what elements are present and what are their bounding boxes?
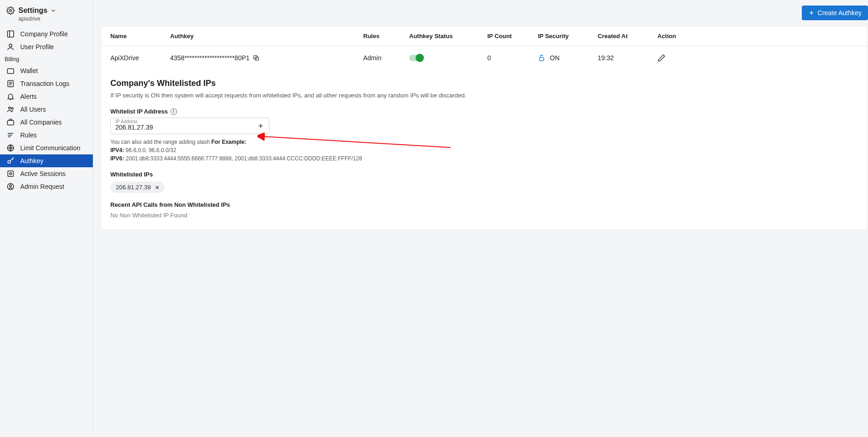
add-ip-button[interactable]	[257, 122, 264, 130]
authkey-value: 4358********************80P1	[170, 54, 250, 62]
list-icon	[6, 79, 15, 88]
ip-float-label: IP Address	[115, 119, 137, 124]
th-authkey: Authkey	[166, 26, 359, 46]
whitelist-field-label: Whitelist IP Address i	[110, 108, 858, 115]
authkey-table: Name Authkey Rules Authkey Status IP Cou…	[101, 26, 868, 69]
helper-ipv4: 96.6.0.0, 96.6.0.0/32	[124, 147, 176, 153]
cell-status	[405, 46, 483, 70]
lock-open-icon	[538, 54, 545, 62]
sidebar-item-alerts[interactable]: Alerts	[0, 90, 93, 103]
copy-icon[interactable]	[252, 54, 260, 62]
svg-point-21	[10, 185, 12, 187]
svg-point-19	[10, 173, 12, 175]
cell-name: ApiXDrive	[101, 46, 166, 70]
bell-icon	[6, 92, 15, 101]
whitelist-section: Company's Whitelisted IPs If IP security…	[101, 69, 868, 219]
create-authkey-button[interactable]: Create Authkey	[802, 6, 868, 20]
sessions-icon	[6, 170, 15, 178]
th-action: Action	[653, 26, 868, 46]
key-icon	[6, 157, 15, 165]
cell-ipsec: ON	[533, 46, 593, 70]
th-status: Authkey Status	[405, 26, 483, 46]
ip-chip-value: 206.81.27.39	[116, 184, 151, 191]
sidebar-item-transaction-logs[interactable]: Transaction Logs	[0, 77, 93, 90]
lines-icon	[6, 131, 15, 139]
sidebar-item-label: Transaction Logs	[20, 80, 69, 87]
user-icon	[6, 43, 15, 51]
sidebar-item-label: User Profile	[20, 43, 54, 51]
whitelisted-ips-title: Whitelisted IPs	[110, 171, 858, 178]
ip-chip: 206.81.27.39	[110, 182, 165, 193]
topbar: Create Authkey	[93, 0, 868, 26]
sidebar-item-label: Authkey	[20, 157, 44, 165]
cell-created: 19:32	[593, 46, 653, 70]
sidebar-item-label: Active Sessions	[20, 170, 66, 177]
sidebar-item-label: Limit Communication	[20, 144, 80, 152]
ipsec-value: ON	[550, 54, 560, 62]
whitelist-title: Company's Whitelisted IPs	[110, 79, 858, 88]
users-icon	[6, 105, 15, 114]
ip-helper-text: You can also add the range adding slash …	[110, 138, 858, 163]
sidebar-header[interactable]: Settings	[0, 6, 93, 16]
sidebar-item-label: Alerts	[20, 93, 37, 100]
whitelist-desc: If IP security is ON then system will ac…	[110, 92, 858, 99]
sidebar-item-limit-communication[interactable]: Limit Communication	[0, 142, 93, 154]
recent-calls-none: No Non Whitelisted IP Found	[110, 212, 858, 219]
helper-ipv4-label: IPV4:	[110, 147, 124, 153]
table-row: ApiXDrive 4358********************80P1 A…	[101, 46, 868, 70]
sidebar-item-admin-request[interactable]: Admin Request	[0, 180, 93, 193]
sidebar-subtitle: apixdrive	[0, 16, 93, 22]
sidebar-item-all-companies[interactable]: All Companies	[0, 116, 93, 129]
cell-ipcount: 0	[483, 46, 533, 70]
sidebar-item-label: Company Profile	[20, 30, 68, 38]
briefcase-icon	[6, 118, 15, 126]
status-toggle[interactable]	[409, 55, 423, 61]
helper-forexample: For Example:	[211, 139, 246, 145]
svg-rect-26	[539, 57, 543, 61]
sidebar-item-user-profile[interactable]: User Profile	[0, 40, 93, 53]
cell-authkey: 4358********************80P1	[166, 46, 359, 70]
th-ipcount: IP Count	[483, 26, 533, 46]
cell-rules: Admin	[359, 46, 405, 70]
sidebar-item-company-profile[interactable]: Company Profile	[0, 28, 93, 40]
sidebar-item-rules[interactable]: Rules	[0, 129, 93, 142]
recent-calls-title: Recent API Calls from Non Whitelisted IP…	[110, 201, 858, 208]
svg-point-9	[9, 107, 11, 109]
sidebar-item-label: Wallet	[20, 67, 38, 74]
sidebar-item-label: Admin Request	[20, 183, 64, 190]
th-rules: Rules	[359, 26, 405, 46]
sidebar-title: Settings	[18, 6, 47, 15]
sidebar-item-wallet[interactable]: Wallet	[0, 64, 93, 77]
wallet-icon	[6, 67, 15, 75]
svg-point-17	[8, 160, 11, 163]
remove-ip-icon[interactable]	[154, 185, 160, 190]
svg-rect-4	[7, 69, 14, 74]
cell-action	[653, 46, 868, 70]
svg-rect-18	[8, 171, 13, 176]
svg-rect-11	[7, 120, 14, 125]
sidebar-item-label: All Users	[20, 106, 46, 113]
th-name: Name	[101, 26, 166, 46]
admin-request-icon	[6, 182, 15, 191]
svg-point-10	[11, 108, 13, 109]
layout-icon	[6, 30, 15, 38]
sidebar-item-authkey[interactable]: Authkey	[0, 154, 93, 167]
sidebar-section-billing: Billing	[0, 53, 93, 64]
info-icon[interactable]: i	[171, 108, 177, 115]
globe-icon	[6, 144, 15, 152]
th-created: Created At	[593, 26, 653, 46]
gear-icon	[6, 6, 15, 15]
sidebar-item-active-sessions[interactable]: Active Sessions	[0, 167, 93, 180]
create-authkey-label: Create Authkey	[817, 9, 862, 17]
th-ipsec: IP Security	[533, 26, 593, 46]
whitelist-field-label-text: Whitelist IP Address	[110, 108, 168, 115]
svg-rect-1	[7, 31, 14, 37]
helper-ipv6-label: IPV6:	[110, 155, 124, 162]
edit-icon[interactable]	[657, 54, 863, 62]
ip-input-wrapper: IP Address	[110, 118, 269, 134]
authkey-panel: Name Authkey Rules Authkey Status IP Cou…	[101, 26, 868, 230]
chevron-down-icon	[50, 7, 57, 14]
sidebar-item-all-users[interactable]: All Users	[0, 103, 93, 116]
helper-ipv6: 2001:db8:3333:4444:5555:6666:7777:8888, …	[124, 155, 362, 162]
svg-point-3	[9, 44, 12, 47]
